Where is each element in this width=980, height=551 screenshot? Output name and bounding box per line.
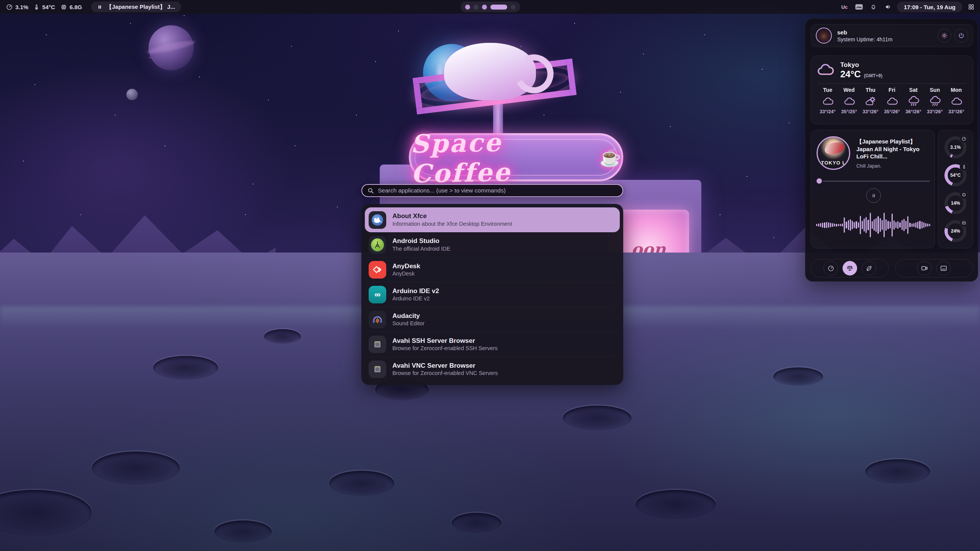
thermometer-icon	[34, 4, 39, 10]
memory-gauge: 14%	[944, 192, 967, 214]
album-art-text: TOKYO L	[818, 160, 849, 166]
forecast-row: Tue33°/24°Wed35°/25°Thu33°/26°Fri35°/26°…	[817, 87, 967, 114]
forecast-temps: 36°/26°	[905, 109, 921, 114]
waveform-bar	[852, 221, 853, 229]
wallpaper-icon	[940, 265, 947, 271]
result-row-about-xfce[interactable]: About Xfce Information about the Xfce De…	[365, 207, 620, 232]
waveform-bar	[864, 218, 865, 231]
pause-button[interactable]	[866, 188, 881, 203]
cloud-icon	[886, 96, 898, 106]
crater	[773, 367, 823, 386]
space-coffee-sign: Space Coffee ☕	[409, 133, 623, 181]
clock[interactable]: 17:09 - Tue, 19 Aug	[897, 2, 962, 12]
waveform-bar	[895, 222, 897, 228]
waveform-bar	[905, 221, 906, 229]
leaf-button[interactable]	[862, 261, 876, 276]
waveform-bar	[830, 223, 831, 227]
video-camera-icon	[921, 265, 928, 271]
result-subtitle: Information about the Xfce Desktop Envir…	[392, 220, 512, 228]
cpu-usage-stat: 3.1%	[6, 4, 28, 10]
monitor-button-group	[811, 259, 889, 277]
bell-icon[interactable]	[868, 1, 879, 13]
waveform-bar	[907, 216, 908, 234]
search-icon	[368, 187, 374, 194]
waveform-bar	[824, 222, 825, 228]
settings-button[interactable]	[938, 29, 951, 42]
workspace-dot-active[interactable]	[490, 5, 507, 10]
waveform-bar	[858, 222, 859, 228]
waveform-bar	[834, 223, 835, 227]
result-row-anydesk[interactable]: AnyDesk AnyDesk	[365, 257, 620, 282]
media-player-widget: TOKYO L 【Japanese Playlist】 Japan All Ni…	[811, 130, 935, 248]
sun-cloud-icon	[865, 96, 876, 106]
temperature-stat: 54°C	[34, 4, 55, 10]
forecast-day-label: Thu	[866, 87, 875, 93]
username: seb	[837, 29, 934, 36]
android-studio-icon	[369, 236, 386, 254]
divider	[817, 83, 967, 84]
coffee-cup-icon: ☕	[599, 147, 621, 168]
speedometer-icon	[828, 265, 834, 272]
thermometer-icon	[960, 163, 968, 171]
waveform-bar	[844, 217, 845, 233]
forecast-day-thu: Thu33°/26°	[860, 87, 881, 114]
scales-button[interactable]	[843, 261, 857, 276]
sidebar-button-row	[811, 259, 973, 277]
speaker-icon[interactable]	[882, 1, 894, 13]
search-input[interactable]	[378, 187, 617, 194]
waveform-bar	[872, 221, 873, 229]
waveform-bar	[884, 213, 885, 237]
now-playing-pill[interactable]: 【Japanese Playlist】 J...	[91, 2, 181, 12]
forecast-temps: 33°/26°	[948, 109, 964, 114]
disk-icon	[960, 218, 968, 227]
workspace-dot-empty[interactable]	[511, 5, 516, 10]
video-camera-button[interactable]	[917, 261, 932, 276]
result-subtitle: Arduino IDE v2	[392, 295, 439, 302]
forecast-day-label: Sun	[930, 87, 940, 93]
result-row-arduino[interactable]: ∞ Arduino IDE v2 Arduino IDE v2	[365, 282, 620, 307]
waveform-bar	[860, 216, 861, 234]
chip-icon	[60, 4, 67, 10]
forecast-temps: 35°/26°	[884, 109, 900, 114]
wallpaper-button[interactable]	[936, 261, 951, 276]
search-box[interactable]	[361, 184, 623, 197]
weather-temperature: 24°C	[840, 69, 861, 80]
waveform-bar	[874, 219, 875, 231]
waveform-bar	[826, 222, 827, 228]
wallpaper-icon[interactable]	[853, 1, 865, 13]
workspace-dot-occupied[interactable]	[482, 5, 487, 10]
result-row-audacity[interactable]: Audacity Sound Editor	[365, 307, 620, 332]
speedometer-icon	[960, 135, 968, 143]
waveform-bar	[915, 222, 916, 228]
waveform-bar	[850, 219, 851, 231]
waveform-bar	[870, 213, 871, 237]
disk-gauge: 24%	[944, 220, 967, 242]
result-title: Audacity	[392, 312, 425, 320]
apps-grid-icon[interactable]	[965, 1, 977, 13]
workspace-dot-empty[interactable]	[474, 5, 479, 10]
result-title: Avahi VNC Server Browser	[392, 362, 498, 370]
waveform-bar	[885, 219, 887, 231]
workspace-dot-occupied[interactable]	[465, 5, 470, 10]
waveform-bar	[917, 222, 918, 228]
forecast-day-label: Wed	[843, 87, 854, 93]
result-title: AnyDesk	[392, 262, 420, 270]
cpu-gauge: 3.1%	[944, 136, 967, 158]
progress-handle[interactable]	[817, 178, 822, 184]
result-row-avahi-vnc[interactable]: Avahi VNC Server Browser Browse for Zero…	[365, 357, 620, 381]
progress-track[interactable]	[823, 181, 930, 182]
waveform-bar	[854, 222, 855, 228]
workspace-indicator[interactable]	[461, 2, 520, 12]
input-method-icon[interactable]: Uc	[839, 1, 850, 13]
result-row-android-studio[interactable]: Android Studio The official Android IDE	[365, 232, 620, 257]
pause-icon	[97, 5, 102, 10]
waveform-bar	[880, 218, 881, 232]
power-button[interactable]	[954, 29, 968, 42]
crater	[865, 459, 930, 484]
waveform-bar	[893, 220, 895, 230]
track-progress[interactable]	[817, 178, 930, 184]
result-row-avahi-ssh[interactable]: Avahi SSH Server Browser Browse for Zero…	[365, 332, 620, 357]
speedometer-button[interactable]	[823, 261, 838, 276]
waveform-bar	[875, 218, 877, 232]
result-title: Android Studio	[392, 237, 450, 245]
